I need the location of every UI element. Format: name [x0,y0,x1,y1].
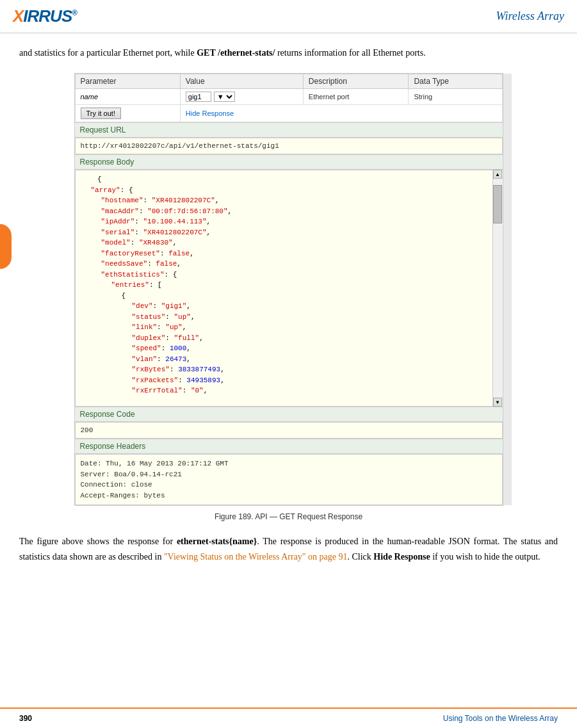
body-paragraph: The figure above shows the response for … [19,534,558,565]
value-cell-container: ▼ [186,92,298,102]
header-line-1: Date: Thu, 16 May 2013 20:17:12 GMT [81,458,497,469]
logo-text: XIRRUS® [13,6,77,26]
response-body-wrapper: { "array": { "hostname": "XR4012802207C"… [75,170,503,407]
try-button-cell: Try it out! [75,105,180,122]
footer-section-title: Using Tools on the Wireless Array [443,714,558,723]
request-url-value: http://xr4012802207c/api/v1/ethernet-sta… [75,138,503,154]
logo-rest: IRRUS [23,6,72,26]
table-header-row: Parameter Value Description Data Type [75,74,502,89]
logo-x: X [13,6,23,26]
response-code-header: Response Code [75,407,503,422]
scrollbar-up-arrow[interactable]: ▲ [493,170,502,179]
header-title: Wireless Array [496,10,565,23]
value-input[interactable] [186,92,211,102]
logo-registered: ® [72,8,77,17]
scrollbar-down-arrow[interactable]: ▼ [493,398,502,407]
response-body-content[interactable]: { "array": { "hostname": "XR4012802207C"… [75,170,503,407]
header-line-2: Server: Boa/0.94.14-rc21 [81,469,497,480]
figure-container: Parameter Value Description Data Type na… [74,73,503,506]
page-header: XIRRUS® Wireless Array [0,0,577,33]
footer-page-number: 390 [19,714,32,723]
col-datatype: Data Type [409,74,502,89]
hide-response-cell: Hide Response [180,105,502,122]
request-url-header: Request URL [75,122,503,138]
scrollbar-thumb[interactable] [493,185,502,223]
response-body-header: Response Body [75,154,503,170]
code-highlight: GET /ethernet-stats/ [197,48,275,58]
try-it-out-button[interactable]: Try it out! [81,108,121,119]
response-body-code: { "array": { "hostname": "XR4012802207C"… [81,174,489,396]
param-name-cell: name [75,89,180,105]
param-value-cell[interactable]: ▼ [180,89,303,105]
page-footer: 390 Using Tools on the Wireless Array [0,708,577,728]
parameter-table: Parameter Value Description Data Type na… [75,74,503,122]
logo: XIRRUS® [13,6,77,26]
action-row: Try it out! Hide Response [75,105,502,122]
response-code-value: 200 [75,422,503,439]
table-row: name ▼ Ethernet port String [75,89,502,105]
response-headers-value: Date: Thu, 16 May 2013 20:17:12 GMT Serv… [75,454,503,505]
orange-tab [0,224,12,269]
reference-link[interactable]: "Viewing Status on the Wireless Array" o… [164,552,348,562]
param-datatype-cell: String [409,89,502,105]
response-headers-header: Response Headers [75,439,503,454]
col-parameter: Parameter [75,74,180,89]
scrollbar-track [493,179,503,398]
intro-paragraph: and statistics for a particular Ethernet… [19,46,558,60]
inline-code-name: ethernet-stats{name} [177,537,257,546]
col-description: Description [303,74,409,89]
header-line-4: Accept-Ranges: bytes [81,490,497,501]
response-body-scrollbar[interactable]: ▲ ▼ [492,170,503,407]
outer-scrollbar[interactable] [503,74,512,505]
param-desc-cell: Ethernet port [303,89,409,105]
figure-caption: Figure 189. API — GET Request Response [19,512,558,521]
hide-response-link[interactable]: Hide Response [186,109,234,117]
value-dropdown[interactable]: ▼ [214,92,235,102]
hide-response-text: Hide Response [373,552,430,562]
page-content: and statistics for a particular Ethernet… [0,33,577,588]
col-value: Value [180,74,303,89]
header-line-3: Connection: close [81,480,497,490]
